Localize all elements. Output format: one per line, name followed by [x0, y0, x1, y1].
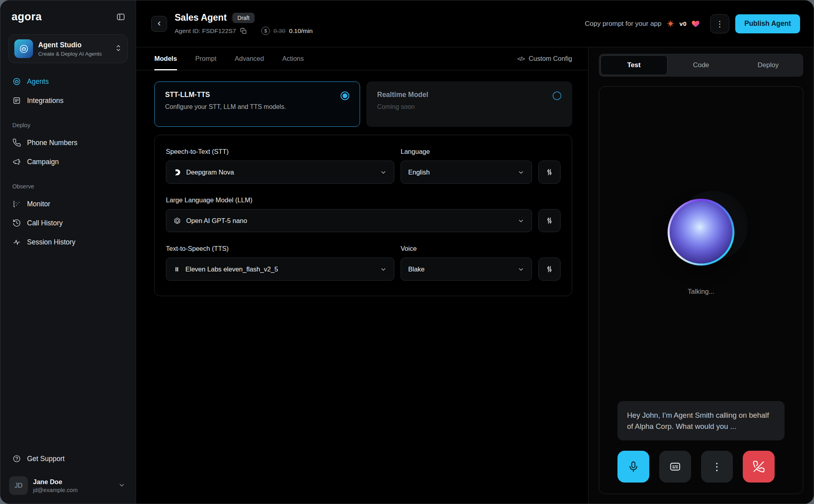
stt-settings-button[interactable] [538, 161, 561, 184]
user-name: Jane Doe [33, 478, 78, 486]
panel-segmented-control: Test Code Deploy [599, 54, 803, 77]
panel-tab-deploy[interactable]: Deploy [734, 55, 802, 75]
radio-unselected-icon[interactable] [553, 91, 561, 100]
workspace-switcher[interactable]: Agent Studio Create & Deploy AI Agents [8, 34, 128, 63]
sidebar-toggle-button[interactable] [116, 12, 125, 21]
chevron-down-icon [380, 266, 387, 273]
elevenlabs-icon [173, 266, 180, 273]
mode-options: STT-LLM-TTS Configure your STT, LLM and … [154, 81, 572, 127]
config-tabbar: Models Prompt Advanced Actions </> Custo… [136, 47, 588, 70]
tab-advanced[interactable]: Advanced [235, 47, 264, 70]
monitor-chart-icon [12, 200, 21, 208]
mode-option-text: STT-LLM-TTS Configure your STT, LLM and … [165, 91, 286, 110]
stt-row: Speech-to-Text (STT) Deepgram Nova [166, 148, 561, 184]
workspace-title: Agent Studio [38, 41, 102, 49]
voice-value: Blake [408, 266, 425, 273]
sidebar-item-label: Call History [27, 219, 62, 227]
agents-icon [12, 77, 21, 86]
get-support-button[interactable]: Get Support [8, 450, 68, 467]
mute-mic-button[interactable] [617, 451, 649, 483]
llm-row: Large Language Model (LLM) Open AI GPT-5… [166, 196, 561, 232]
mode-option-text: Realtime Model Coming soon [377, 91, 428, 110]
back-button[interactable]: ‹ [151, 16, 167, 32]
body-row: Models Prompt Advanced Actions </> Custo… [136, 47, 814, 504]
sidebar-item-label: Monitor [27, 200, 50, 208]
custom-config-button[interactable]: </> Custom Config [517, 55, 572, 62]
mode-option-realtime[interactable]: Realtime Model Coming soon [366, 81, 572, 127]
sidebar-header: agora [8, 10, 128, 23]
get-support-label: Get Support [27, 455, 64, 463]
page-title: Sales Agent [175, 12, 227, 23]
call-controls: ⋮ [617, 451, 785, 483]
tts-select[interactable]: Eleven Labs eleven_flash_v2_5 [166, 258, 394, 281]
tts-settings-button[interactable] [538, 258, 561, 281]
lovable-heart-icon [691, 19, 700, 28]
microphone-icon [627, 460, 640, 473]
sidebar-item-label: Campaign [27, 158, 59, 166]
copy-prompt-group[interactable]: Copy prompt for your app v0 [585, 19, 700, 28]
sidebar-item-integrations[interactable]: Integrations [8, 92, 128, 109]
tts-label: Text-to-Speech (TTS) [166, 245, 394, 252]
tab-models[interactable]: Models [154, 47, 177, 70]
user-menu[interactable]: JD Jane Doe jd@example.com [8, 474, 128, 495]
models-form: Speech-to-Text (STT) Deepgram Nova [154, 135, 572, 296]
sidebar-item-label: Session History [27, 238, 76, 246]
tts-field: Text-to-Speech (TTS) Eleven Labs eleven_… [166, 245, 394, 281]
tab-prompt[interactable]: Prompt [195, 47, 216, 70]
phone-icon [12, 138, 21, 147]
llm-value: Open AI GPT-5 nano [186, 217, 247, 225]
hangup-phone-icon [752, 460, 765, 473]
sidebar-item-call-history[interactable]: Call History [8, 214, 128, 232]
radio-selected-icon[interactable] [341, 91, 349, 100]
llm-settings-button[interactable] [538, 209, 561, 232]
panel-tab-code[interactable]: Code [668, 55, 735, 75]
sidebar-item-agents[interactable]: Agents [8, 73, 128, 90]
mode-option-stt-llm-tts[interactable]: STT-LLM-TTS Configure your STT, LLM and … [154, 81, 360, 127]
main-area: ‹ Sales Agent Draft Agent ID: FSDF122S7 … [136, 0, 814, 504]
captions-button[interactable] [659, 451, 691, 483]
language-label: Language [401, 148, 532, 155]
panel-tab-test[interactable]: Test [600, 55, 668, 75]
call-more-button[interactable]: ⋮ [701, 451, 733, 483]
header-actions: Copy prompt for your app v0 ⋮ Publish Ag… [585, 14, 800, 33]
avatar: JD [9, 476, 28, 495]
copy-icon [240, 27, 247, 35]
mode-option-subtitle: Coming soon [377, 103, 428, 110]
llm-field: Large Language Model (LLM) Open AI GPT-5… [166, 196, 532, 232]
agent-orb [668, 199, 734, 266]
test-panel: Test Code Deploy Talking... Hey John, I’… [588, 47, 814, 504]
voice-select[interactable]: Blake [401, 258, 532, 281]
tts-value: Eleven Labs eleven_flash_v2_5 [185, 266, 278, 273]
language-select[interactable]: English [401, 161, 532, 184]
mode-option-title: STT-LLM-TTS [165, 91, 286, 99]
chevron-down-icon [518, 217, 524, 224]
end-call-button[interactable] [743, 451, 775, 483]
voice-field: Voice Blake [401, 245, 532, 281]
chevron-updown-icon [115, 44, 122, 54]
llm-select[interactable]: Open AI GPT-5 nano [166, 209, 532, 232]
help-icon [12, 454, 21, 463]
agora-logo: agora [12, 11, 42, 23]
claude-starburst-icon [666, 19, 675, 28]
sidebar-item-session-history[interactable]: Session History [8, 233, 128, 251]
agent-meta: Agent ID: FSDF122S7 $ 0.30 0.10/min [175, 27, 313, 35]
title-block: Sales Agent Draft Agent ID: FSDF122S7 $ … [175, 12, 313, 35]
chevron-down-icon [380, 169, 387, 176]
tab-actions[interactable]: Actions [282, 47, 304, 70]
user-info: Jane Doe jd@example.com [33, 478, 78, 493]
integrations-icon [12, 96, 21, 105]
stt-select[interactable]: Deepgram Nova [166, 161, 394, 184]
agent-studio-icon [14, 39, 33, 58]
header-more-button[interactable]: ⋮ [710, 14, 729, 33]
sidebar-item-monitor[interactable]: Monitor [8, 195, 128, 213]
sidebar-item-campaign[interactable]: Campaign [8, 153, 128, 171]
openai-icon [173, 217, 181, 225]
orb-ring [668, 199, 734, 266]
sidebar-item-label: Agents [27, 78, 49, 86]
pulse-icon [12, 238, 21, 246]
copy-agent-id-button[interactable] [240, 27, 247, 35]
sidebar-item-phone-numbers[interactable]: Phone Numbers [8, 134, 128, 151]
tts-row: Text-to-Speech (TTS) Eleven Labs eleven_… [166, 245, 561, 281]
call-preview: Talking... Hey John, I’m Agent Smith cal… [599, 86, 803, 494]
publish-agent-button[interactable]: Publish Agent [735, 14, 800, 33]
